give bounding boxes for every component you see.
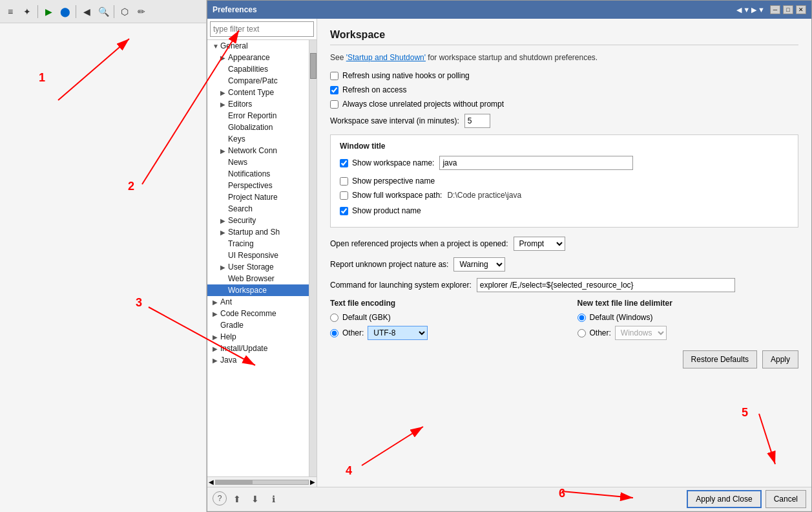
filter-input[interactable] [210, 21, 314, 37]
nav-dropdown2-icon[interactable]: ▼ [758, 6, 765, 14]
tree-item-capabilities[interactable]: Capabilities [207, 63, 309, 75]
apply-and-close-btn[interactable]: Apply and Close [687, 490, 761, 508]
delimiter-other-label[interactable]: Other: [578, 328, 611, 337]
tree-item-perspectives[interactable]: Perspectives [207, 180, 309, 191]
tree-item-globalization[interactable]: Globalization [207, 122, 309, 133]
tree-item-uiresponsive[interactable]: UI Responsive [207, 250, 309, 261]
tree-item-label-notifications: Notifications [228, 169, 270, 178]
restore-defaults-btn[interactable]: Restore Defaults [683, 350, 757, 368]
delimiter-other-radio[interactable] [578, 329, 586, 337]
tree-item-keys[interactable]: Keys [207, 133, 309, 145]
toolbar-extra-btn[interactable]: ⬡ [117, 4, 132, 19]
show-perspective-label[interactable]: Show perspective name [340, 176, 435, 186]
content-buttons-row: Restore Defaults Apply [330, 350, 798, 368]
tree-item-webbrowser[interactable]: Web Browser [207, 273, 309, 284]
toolbar-menu-btn[interactable]: ≡ [3, 4, 18, 19]
workspace-name-input[interactable] [439, 156, 633, 170]
dialog-max-btn[interactable]: □ [783, 5, 793, 14]
refresh-access-row: Refresh on access [330, 85, 798, 94]
left-toolbar-area: ≡ ✦ ▶ ⬤ ◀ 🔍 ⬡ ✏ [0, 0, 207, 512]
tree-item-label-capabilities: Capabilities [228, 65, 268, 74]
installupdate-expand-icon: ▶ [213, 345, 219, 352]
tree-item-help[interactable]: ▶ Help [207, 331, 309, 343]
nav-forward-icon[interactable]: ▶ [751, 6, 756, 14]
desc-post: for workspace startup and shutdown prefe… [426, 53, 598, 62]
tree-item-projectnature[interactable]: Project Nature [207, 191, 309, 203]
footer-info-btn[interactable]: ℹ [265, 491, 281, 507]
toolbar-back-btn[interactable]: ◀ [79, 4, 94, 19]
refresh-access-checkbox[interactable] [330, 86, 338, 94]
tree-item-networkconn[interactable]: ▶ Network Conn [207, 145, 309, 156]
delimiter-other-select[interactable]: Windows Unix Mac [615, 326, 667, 340]
show-product-label[interactable]: Show product name [340, 206, 421, 215]
toolbar-search-btn[interactable]: 🔍 [96, 4, 111, 19]
show-workspace-checkbox[interactable] [340, 159, 348, 167]
toolbar-run-btn[interactable]: ▶ [41, 4, 56, 19]
tree-item-workspace[interactable]: Workspace [207, 284, 309, 296]
tree-scrollbar-v[interactable] [309, 40, 317, 476]
report-unknown-row: Report unknown project nature as: Warnin… [330, 257, 798, 272]
encoding-default-row: Default (GBK) [330, 313, 552, 322]
cancel-btn[interactable]: Cancel [765, 490, 806, 508]
show-workspace-label[interactable]: Show workspace name: [340, 158, 434, 167]
refresh-native-label[interactable]: Refresh using native hooks or polling [330, 71, 470, 80]
delimiter-default-radio[interactable] [578, 314, 586, 322]
hscroll-left-btn[interactable]: ◀ [209, 478, 214, 485]
tree-item-compare[interactable]: Compare/Patc [207, 75, 309, 87]
encoding-other-radio[interactable] [330, 329, 338, 337]
tree-item-errorreporting[interactable]: Error Reportin [207, 110, 309, 122]
tree-item-tracing[interactable]: Tracing [207, 238, 309, 250]
tree-item-label-keys: Keys [228, 134, 245, 144]
delimiter-default-label[interactable]: Default (Windows) [578, 313, 653, 322]
tree-hscroll-area: ◀ ▶ [207, 476, 317, 487]
tree-item-gradle[interactable]: Gradle [207, 319, 309, 331]
tree-item-notifications[interactable]: Notifications [207, 168, 309, 180]
tree-item-installupdate[interactable]: ▶ Install/Update [207, 343, 309, 354]
apply-btn[interactable]: Apply [762, 350, 798, 368]
tree-item-contenttype[interactable]: ▶ Content Type [207, 87, 309, 98]
tree-item-coderecom[interactable]: ▶ Code Recomme [207, 308, 309, 319]
save-interval-input[interactable] [464, 114, 490, 128]
tree-item-ant[interactable]: ▶ Ant [207, 296, 309, 308]
encoding-other-select[interactable]: UTF-8 GBK UTF-16 ISO-8859-1 [368, 326, 428, 340]
tree-item-appearance[interactable]: ▶ Appearance [207, 52, 309, 63]
hscroll-right-btn[interactable]: ▶ [310, 478, 315, 485]
footer-export-btn[interactable]: ⬇ [247, 491, 263, 507]
tree-item-security[interactable]: ▶ Security [207, 215, 309, 226]
toolbar-edit-btn[interactable]: ✏ [134, 4, 149, 19]
tree-item-java[interactable]: ▶ Java [207, 354, 309, 366]
tree-scrollbar-thumb[interactable] [310, 53, 317, 79]
report-unknown-select[interactable]: Warning Error Ignore [453, 257, 505, 272]
nav-back-icon[interactable]: ◀ [736, 6, 742, 14]
nav-dropdown-icon[interactable]: ▼ [743, 6, 750, 14]
toolbar-debug-btn[interactable]: ⬤ [57, 4, 73, 19]
refresh-access-label[interactable]: Refresh on access [330, 85, 406, 94]
dialog-min-btn[interactable]: ─ [770, 5, 780, 14]
close-unrelated-checkbox[interactable] [330, 100, 338, 109]
tree-item-general[interactable]: ▼ General [207, 40, 309, 52]
close-unrelated-label[interactable]: Always close unrelated projects without … [330, 100, 504, 109]
encoding-default-radio[interactable] [330, 314, 338, 322]
encoding-other-label[interactable]: Other: [330, 328, 364, 337]
tree-scroll[interactable]: ▼ General ▶ Appearance Capabilities [207, 40, 317, 476]
tree-item-userstorage[interactable]: ▶ User Storage [207, 261, 309, 273]
startup-shutdown-link[interactable]: 'Startup and Shutdown' [346, 53, 426, 62]
dialog-close-btn[interactable]: ✕ [796, 5, 806, 14]
tree-item-editors[interactable]: ▶ Editors [207, 98, 309, 110]
toolbar-new-btn[interactable]: ✦ [19, 4, 35, 19]
refresh-native-checkbox[interactable] [330, 72, 338, 80]
tree-item-search[interactable]: Search [207, 203, 309, 215]
show-product-checkbox[interactable] [340, 207, 348, 215]
command-input[interactable] [477, 278, 735, 292]
tree-item-startup[interactable]: ▶ Startup and Sh [207, 226, 309, 238]
show-fullpath-checkbox[interactable] [340, 191, 348, 200]
show-perspective-checkbox[interactable] [340, 177, 348, 186]
footer-help-btn[interactable]: ? [213, 491, 227, 506]
footer-import-btn[interactable]: ⬆ [229, 491, 245, 507]
h-scrollbar[interactable] [215, 480, 309, 485]
show-fullpath-label[interactable]: Show full workspace path: [340, 191, 442, 200]
encoding-default-label[interactable]: Default (GBK) [330, 313, 391, 322]
open-referenced-select[interactable]: Prompt Always Never [514, 237, 565, 251]
tree-item-news[interactable]: News [207, 156, 309, 168]
tree-items: ▼ General ▶ Appearance Capabilities [207, 40, 309, 476]
